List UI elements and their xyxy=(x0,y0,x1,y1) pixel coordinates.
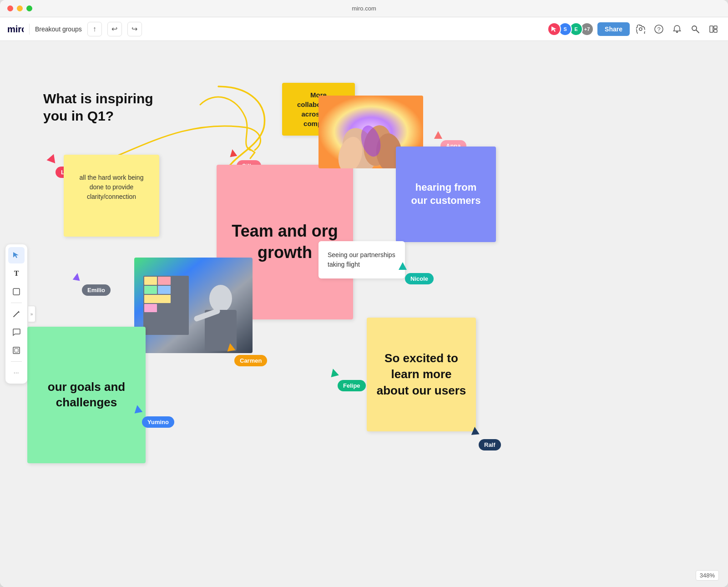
ralf-cursor xyxy=(471,427,479,435)
excited-sticky-note[interactable]: So excited to learn more about our users xyxy=(367,318,476,431)
anna-cursor xyxy=(434,131,442,141)
goals-note-text: our goals and challenges xyxy=(35,380,137,410)
svg-rect-7 xyxy=(710,26,713,32)
cursor-icon xyxy=(551,25,558,33)
svg-point-2 xyxy=(639,28,642,30)
url-bar: miro.com xyxy=(352,5,376,12)
svg-rect-28 xyxy=(158,286,171,294)
left-toolbar: T ··· xyxy=(5,244,27,384)
partnerships-card[interactable]: Seeing our partnerships taking flight xyxy=(318,241,405,278)
svg-rect-30 xyxy=(144,304,157,312)
felipe-label: Felipe xyxy=(338,380,366,391)
carmen-label: Carmen xyxy=(234,355,267,366)
settings-icon[interactable] xyxy=(633,22,648,36)
svg-line-6 xyxy=(696,30,699,33)
svg-rect-26 xyxy=(158,277,171,285)
comment-tool[interactable] xyxy=(8,324,25,340)
window-controls xyxy=(7,5,32,11)
collaborator-avatars: S E +7 xyxy=(547,22,594,36)
svg-rect-14 xyxy=(13,347,20,354)
text-tool[interactable]: T xyxy=(8,265,25,282)
svg-rect-11 xyxy=(13,288,20,295)
zoom-level: 348% xyxy=(696,570,719,581)
miro-logo-svg: miro xyxy=(7,24,24,34)
svg-rect-25 xyxy=(144,277,157,285)
excited-note-text: So excited to learn more about our users xyxy=(375,350,468,398)
share-button[interactable]: Share xyxy=(597,22,630,36)
svg-point-31 xyxy=(209,285,232,312)
export-button[interactable]: ↑ xyxy=(87,22,102,36)
svg-rect-29 xyxy=(144,295,171,303)
yumino-label: Yumino xyxy=(142,416,174,428)
emilio-cursor xyxy=(73,273,81,282)
toolbar-divider-1 xyxy=(29,24,30,35)
ralf-label: Ralf xyxy=(479,439,501,450)
more-tools[interactable]: ··· xyxy=(8,364,25,381)
sidebar-collapse-handle[interactable]: » xyxy=(28,306,35,322)
svg-rect-27 xyxy=(144,286,157,294)
breadcrumb-label[interactable]: Breakout groups xyxy=(35,25,82,33)
svg-rect-9 xyxy=(714,30,717,32)
svg-rect-15 xyxy=(15,349,18,352)
redo-button[interactable]: ↪ xyxy=(127,22,142,36)
frame-tool[interactable] xyxy=(8,342,25,359)
felipe-cursor xyxy=(330,369,338,376)
notifications-icon[interactable] xyxy=(670,22,684,36)
partnerships-text: Seeing our partnerships taking flight xyxy=(328,251,395,268)
miro-logo[interactable]: miro xyxy=(7,24,24,34)
lisa-sticky-note[interactable]: all the hard work being done to provide … xyxy=(64,155,159,237)
svg-marker-10 xyxy=(13,252,19,258)
svg-marker-1 xyxy=(551,26,556,32)
svg-rect-8 xyxy=(714,26,717,29)
minimize-button[interactable] xyxy=(17,5,23,11)
tool-separator-2 xyxy=(11,361,22,362)
close-button[interactable] xyxy=(7,5,13,11)
goals-sticky-note[interactable]: our goals and challenges xyxy=(27,327,146,463)
toolbar-right: S E +7 Share ? xyxy=(547,22,721,36)
titlebar: miro.com xyxy=(0,0,728,17)
emilio-label: Emilio xyxy=(82,284,111,296)
lisa-note-text: all the hard work being done to provide … xyxy=(73,173,150,202)
svg-text:?: ? xyxy=(657,26,660,33)
main-toolbar: miro Breakout groups ↑ ↩ ↪ S E +7 Share xyxy=(0,17,728,41)
nicole-cursor xyxy=(399,262,407,272)
carmen-cursor xyxy=(227,343,235,351)
app-window: miro.com miro Breakout groups ↑ ↩ ↪ S E … xyxy=(0,0,728,587)
office-photo xyxy=(134,258,253,353)
maximize-button[interactable] xyxy=(26,5,32,11)
search-icon[interactable] xyxy=(688,22,703,36)
undo-button[interactable]: ↩ xyxy=(107,22,122,36)
anna-sticky-note[interactable]: hearing from our customers xyxy=(396,147,496,242)
sticky-note-tool[interactable] xyxy=(8,283,25,300)
avatar-1 xyxy=(547,22,561,36)
help-icon[interactable]: ? xyxy=(652,22,666,36)
svg-marker-13 xyxy=(18,311,20,313)
svg-text:miro: miro xyxy=(7,24,24,34)
lisa-cursor xyxy=(48,154,57,162)
canvas-area[interactable]: T ··· » What is inspi xyxy=(0,41,728,587)
anna-note-text: hearing from our customers xyxy=(407,181,485,207)
select-tool[interactable] xyxy=(8,247,25,263)
panels-icon[interactable] xyxy=(706,22,721,36)
yumino-cursor xyxy=(134,405,142,413)
nicole-label: Nicole xyxy=(405,273,434,284)
silke-cursor xyxy=(229,149,237,158)
pen-tool[interactable] xyxy=(8,306,25,322)
lisa-cursor-arrow xyxy=(47,152,58,163)
tool-separator xyxy=(11,303,22,303)
